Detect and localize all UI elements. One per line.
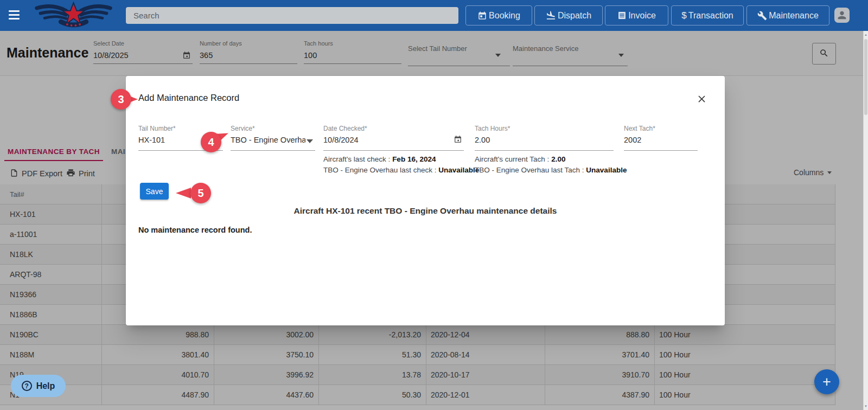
chevron-down-icon[interactable] bbox=[307, 139, 313, 143]
scroll-up-arrow[interactable]: ▲ bbox=[864, 33, 868, 36]
wrench-icon bbox=[757, 11, 767, 21]
service-select[interactable]: TBO - Engine Overhau bbox=[231, 136, 305, 144]
next-tach-field[interactable]: 2002 bbox=[624, 136, 641, 144]
person-icon bbox=[836, 9, 848, 21]
close-button[interactable] bbox=[694, 92, 709, 106]
nav-booking-label: Booking bbox=[489, 11, 520, 21]
scrollbar-thumb[interactable] bbox=[864, 39, 867, 115]
nav-dispatch-label: Dispatch bbox=[558, 11, 591, 21]
save-button[interactable]: Save bbox=[140, 183, 169, 200]
nav-invoice-button[interactable]: Invoice bbox=[605, 5, 668, 25]
help-button[interactable]: ? Help bbox=[11, 375, 66, 397]
next-tach-field-label: Next Tach* bbox=[624, 125, 655, 132]
tach-hours-field[interactable]: 2.00 bbox=[475, 136, 490, 144]
nav-transaction-label: Transaction bbox=[688, 11, 733, 21]
dialog-title: Add Maintenance Record bbox=[138, 93, 239, 103]
service-field-label: Service* bbox=[231, 125, 255, 132]
recent-maintenance-heading: Aircraft HX-101 recent TBO - Engine Over… bbox=[126, 206, 725, 216]
no-record-message: No maintenance record found. bbox=[138, 226, 252, 234]
plane-landing-icon bbox=[546, 10, 556, 21]
help-icon: ? bbox=[22, 381, 32, 391]
dollar-icon: $ bbox=[681, 10, 686, 21]
annotation-badge-5: 5 bbox=[190, 183, 211, 203]
help-label: Help bbox=[36, 381, 55, 391]
close-icon bbox=[696, 93, 707, 105]
nav-dispatch-button[interactable]: Dispatch bbox=[534, 5, 603, 25]
tach-helper-text: Aircraft's current Tach : 2.00 TBO - Eng… bbox=[475, 154, 627, 175]
nav-maintenance-label: Maintenance bbox=[769, 11, 819, 21]
annotation-badge-4: 4 bbox=[201, 132, 221, 152]
date-checked-field[interactable]: 10/8/2024 bbox=[323, 136, 359, 144]
tail-number-field[interactable]: HX-101 bbox=[138, 136, 165, 144]
tail-number-field-label: Tail Number* bbox=[138, 125, 176, 132]
add-maintenance-record-dialog: Add Maintenance Record Tail Number* HX-1… bbox=[126, 76, 725, 325]
menu-icon[interactable] bbox=[9, 10, 21, 21]
nav-maintenance-button[interactable]: Maintenance bbox=[746, 5, 829, 25]
app-root: Booking Dispatch Invoice $ Transaction M… bbox=[0, 0, 868, 410]
annotation-badge-3: 3 bbox=[111, 89, 131, 110]
badge-5-pointer bbox=[176, 188, 191, 198]
search-input[interactable] bbox=[126, 7, 458, 24]
date-checked-field-label: Date Checked* bbox=[323, 125, 367, 132]
scrollbar[interactable]: ▲ ▼ bbox=[863, 31, 868, 410]
receipt-icon bbox=[617, 11, 627, 20]
scroll-down-arrow[interactable]: ▼ bbox=[864, 405, 868, 408]
nav-invoice-label: Invoice bbox=[628, 11, 656, 21]
top-nav-bar: Booking Dispatch Invoice $ Transaction M… bbox=[0, 0, 868, 31]
company-logo bbox=[31, 1, 116, 31]
add-record-fab[interactable]: + bbox=[814, 369, 839, 394]
calendar-icon[interactable] bbox=[454, 135, 462, 146]
user-avatar[interactable] bbox=[834, 8, 850, 23]
date-helper-text: Aircraft's last check : Feb 16, 2024 TBO… bbox=[323, 154, 479, 175]
calendar-icon bbox=[477, 11, 487, 21]
nav-booking-button[interactable]: Booking bbox=[465, 5, 532, 25]
tach-hours-field-label: Tach Hours* bbox=[475, 125, 510, 132]
nav-transaction-button[interactable]: $ Transaction bbox=[671, 5, 744, 25]
